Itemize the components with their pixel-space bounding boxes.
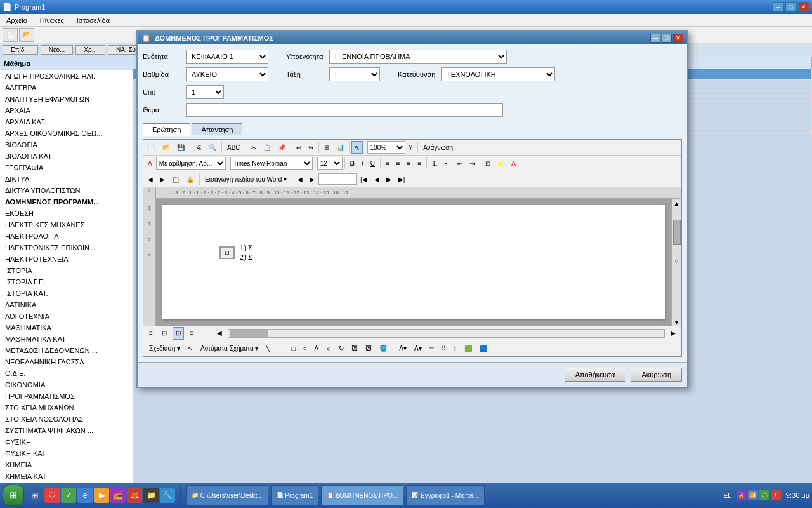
ed-print[interactable]: 🖨 (192, 141, 205, 154)
sidebar-item-17[interactable]: ΙΣΤΟΡΙΑ (0, 265, 133, 276)
editor-area[interactable]: ⊡ 1) Σ 2) Σ (156, 199, 671, 326)
sidebar-item-19[interactable]: ΙΣΤΟΡΙΑ ΚΑΤ. (0, 288, 133, 299)
sidebar-item-23[interactable]: ΜΑΘΗΜΑΤΙΚΑ ΚΑΤ (0, 333, 133, 345)
ed-align-center[interactable]: ≡ (393, 157, 403, 170)
ed-redo[interactable]: ↪ (305, 141, 317, 154)
sidebar-item-35[interactable]: ΧΗΜΕΙΑ ΚΑΤ (0, 471, 133, 482)
ed-font-select[interactable]: Times New Roman (230, 157, 313, 170)
draw-arrow2[interactable]: ↕ (450, 342, 460, 355)
taskbar-app-2[interactable]: 📄 Program1 (271, 485, 319, 505)
taskbar-icon-1[interactable]: ⊞ (27, 487, 43, 504)
ed-paste[interactable]: 📌 (275, 141, 289, 154)
ed-table[interactable]: ⊞ (321, 141, 332, 154)
modal-min-btn[interactable]: — (650, 34, 660, 43)
kateuthinsi-select[interactable]: ΤΕΧΝΟΛΟΓΙΚΗ (441, 67, 555, 81)
sidebar-item-31[interactable]: ΣΥΣΤΗΜΑΤΑ ΨΗΦΙΑΚΩΝ ... (0, 425, 133, 436)
taskbar-icon-6[interactable]: 📻 (110, 488, 126, 503)
draw-img1[interactable]: 🖼 (348, 342, 361, 355)
draw-textbox[interactable]: A (311, 342, 322, 355)
sidebar-item-30[interactable]: ΣΤΟΙΧΕΙΑ ΝΟΣΟΛΟΓΙΑΣ (0, 413, 133, 425)
sidebar-item-1[interactable]: ΑΛΓΕΒΡΑ (0, 82, 133, 93)
sidebar-item-28[interactable]: ΠΡΟΓΡΑΜΜΑΤΙΣΜΟΣ (0, 391, 133, 402)
ed-size-select[interactable]: 12 (317, 157, 343, 170)
sidebar-item-8[interactable]: ΓΕΩΓΡΑΦΙΑ (0, 162, 133, 173)
ed-new[interactable]: 📄 (145, 141, 159, 154)
ed-first-page[interactable]: |◀ (357, 173, 370, 185)
status-btn-4[interactable]: ≡ (187, 327, 197, 340)
maximize-btn[interactable]: □ (785, 2, 797, 12)
ed-indent-dec[interactable]: ⇤ (454, 157, 466, 170)
ed-justify[interactable]: ≡ (414, 157, 424, 170)
taskbar-icon-7[interactable]: 🦊 (127, 488, 142, 503)
ed-prev-field[interactable]: ◀ (294, 173, 306, 185)
save-button[interactable]: Αποθήκευσα (565, 368, 626, 382)
taskbar-icon-2[interactable]: 🛡 (44, 488, 60, 503)
ed-f4[interactable]: 🔒 (183, 173, 197, 185)
sidebar-item-13[interactable]: ΗΛΕΚΤΡΙΚΕΣ ΜΗΧΑΝΕΣ (0, 219, 133, 231)
sidebar-item-3[interactable]: ΑΡΧΑΙΑ (0, 105, 133, 116)
status-btn-5[interactable]: ☰ (199, 327, 211, 340)
status-btn-1[interactable]: ≡ (146, 327, 156, 340)
draw-arrow[interactable]: → (274, 342, 287, 355)
sidebar-item-15[interactable]: ΗΛΕΚΤΡΟΝΙΚΕΣ ΕΠΙΚΟΙΝ... (0, 242, 133, 253)
sidebar-item-12[interactable]: ΕΚΘΕΣΗ (0, 208, 133, 219)
sidebar-item-11[interactable]: ΔΟΜΗΜΕΝΟΣ ΠΡΟΓΡΑΜΜ... (0, 196, 133, 208)
taskbar-icon-8[interactable]: 📁 (143, 488, 159, 503)
ed-f1[interactable]: ◀ (145, 173, 156, 185)
sidebar-item-29[interactable]: ΣΤΟΙΧΕΙΑ ΜΗΧΑΝΩΝ (0, 402, 133, 413)
ed-preview[interactable]: 🔍 (206, 141, 219, 154)
sidebar-item-32[interactable]: ΦΥΣΙΚΗ (0, 436, 133, 448)
ed-font-color[interactable]: A (508, 157, 519, 170)
sidebar-item-7[interactable]: ΒΙΟΛΟΓΙΑ ΚΑΤ (0, 150, 133, 162)
draw-cursor[interactable]: ↖ (185, 342, 196, 355)
ed-next-page[interactable]: ▶ (383, 173, 395, 185)
minimize-btn[interactable]: ─ (773, 2, 784, 12)
ed-f3[interactable]: 📋 (169, 173, 183, 185)
sidebar-item-10[interactable]: ΔΙΚΤΥΑ ΥΠΟΛΟΓΙΣΤΩΝ (0, 185, 133, 196)
ed-bold[interactable]: B (347, 157, 358, 170)
draw-line-style[interactable]: ═ (426, 342, 437, 355)
status-btn-3[interactable]: ⊡ (173, 327, 184, 340)
cancel-button[interactable]: Ακύρωση (631, 368, 682, 382)
upenotita-select[interactable]: Η ΕΝΝΟΙΑ ΠΡΟΒΛΗΜΑ (329, 50, 507, 64)
sidebar-item-2[interactable]: ΑΝΑΠΤΥΞΗ ΕΦΑΡΜΟΓΩΝ (0, 93, 133, 105)
start-button[interactable]: ⊞ (3, 485, 24, 506)
ed-copy[interactable]: 📋 (260, 141, 274, 154)
draw-rotate[interactable]: ↻ (336, 342, 347, 355)
unit-select[interactable]: 1 (186, 85, 224, 99)
tab-answer[interactable]: Απάντηση (192, 123, 242, 135)
ed-style-select[interactable]: Με αρίθμηση, Αρ... (156, 157, 226, 170)
open-btn[interactable]: 📂 (19, 28, 34, 42)
close-btn[interactable]: ✕ (798, 2, 809, 12)
taskbar-icon-5[interactable]: ▶ (94, 488, 109, 503)
taskbar-app-3[interactable]: 📋 ΔΟΜΗΜΕΝΟΣ ΠΡΟ... (321, 485, 403, 505)
ed-italic[interactable]: I (358, 157, 367, 170)
draw-btn[interactable]: Σχεδίαση ▾ (146, 342, 183, 355)
ed-read-mode[interactable]: Ανάγνωση (420, 141, 456, 154)
top-btn-1[interactable]: Επίδ... (3, 45, 38, 55)
ed-align-right[interactable]: ≡ (404, 157, 414, 170)
draw-3d[interactable]: 🟩 (461, 342, 475, 355)
scroll-up-btn[interactable]: ▲ (674, 200, 680, 207)
horizontal-scrollbar[interactable] (228, 329, 665, 338)
ed-list-bull[interactable]: • (442, 157, 450, 170)
tab-question[interactable]: Ερώτηση (143, 123, 190, 136)
status-btn-7[interactable]: ▶ (667, 327, 679, 340)
scroll-thumb[interactable] (673, 220, 681, 245)
draw-font-color[interactable]: A▾ (411, 342, 425, 355)
ed-cursor[interactable]: ↖ (351, 141, 363, 154)
draw-img2[interactable]: 🖼 (362, 342, 375, 355)
sidebar-item-4[interactable]: ΑΡΧΑΙΑ ΚΑΤ. (0, 116, 133, 128)
ed-indent-inc[interactable]: ⇥ (466, 157, 478, 170)
taskbar-app-4[interactable]: 📝 Εγγραφο1 - Micros... (406, 485, 485, 505)
ed-save[interactable]: 💾 (174, 141, 188, 154)
sidebar-item-18[interactable]: ΙΣΤΟΡΙΑ Γ.Π. (0, 276, 133, 288)
taskbar-icon-9[interactable]: 🔧 (160, 488, 175, 503)
taxi-select[interactable]: Γ (329, 67, 380, 81)
status-btn-6[interactable]: ◀ (214, 327, 225, 340)
vertical-scrollbar[interactable]: ▲ ○ ▼ (671, 199, 681, 326)
sidebar-item-33[interactable]: ΦΥΣΙΚΗ ΚΑΤ (0, 448, 133, 459)
top-btn-3[interactable]: Χρ... (75, 45, 105, 55)
sidebar-item-9[interactable]: ΔΙΚΤΥΑ (0, 173, 133, 185)
draw-flip[interactable]: ◁ (323, 342, 334, 355)
